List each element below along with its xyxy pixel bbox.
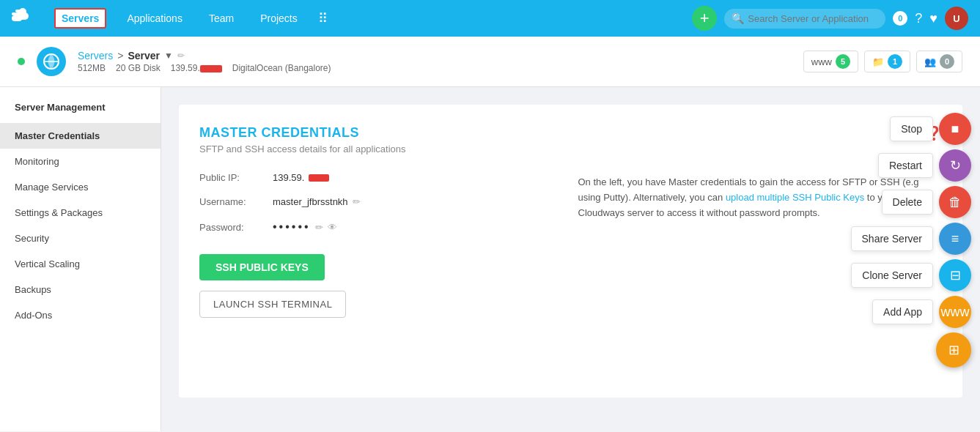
users-badge-icon: 👥 bbox=[924, 56, 936, 67]
master-credentials-card: MASTER CREDENTIALS SFTP and SSH access d… bbox=[179, 105, 962, 398]
fab-main-button[interactable]: ⊞ bbox=[936, 332, 971, 368]
password-dots: •••••• bbox=[273, 220, 311, 234]
username-edit-icon[interactable]: ✏ bbox=[353, 196, 361, 207]
fab-menu-overlay: Stop ■ Restart ↻ Delete 🗑 Share Server ≡… bbox=[851, 113, 980, 373]
server-info: Servers > Server ▼ ✏ 512MB 20 GB Disk 13… bbox=[78, 50, 331, 73]
fab-main-row: ⊞ bbox=[936, 332, 980, 373]
delete-menu-label[interactable]: Delete bbox=[882, 190, 933, 215]
add-button[interactable]: + bbox=[692, 6, 717, 31]
share-server-menu-row: Share Server ≡ bbox=[851, 223, 980, 255]
sidebar-item-add-ons[interactable]: Add-Ons bbox=[0, 302, 161, 328]
server-provider: DigitalOcean (Bangalore) bbox=[232, 63, 331, 73]
add-app-menu-label[interactable]: Add App bbox=[872, 299, 933, 324]
public-ip-row: Public IP: 139.59. bbox=[199, 172, 564, 183]
top-nav: Servers Applications Team Projects ⠿ + 🔍… bbox=[0, 0, 980, 37]
restart-menu-row: Restart ↻ bbox=[878, 149, 980, 182]
user-avatar[interactable]: U bbox=[945, 7, 968, 30]
sidebar-item-master-credentials[interactable]: Master Credentials bbox=[0, 123, 161, 149]
sidebar-item-security[interactable]: Security bbox=[0, 226, 161, 251]
stop-menu-row: Stop ■ bbox=[890, 113, 980, 145]
restart-menu-label[interactable]: Restart bbox=[878, 153, 933, 178]
share-server-circle-button[interactable]: ≡ bbox=[939, 223, 971, 255]
server-dropdown-arrow[interactable]: ▼ bbox=[164, 51, 173, 61]
username-text: master_jfbrsstnkh bbox=[273, 196, 348, 207]
breadcrumb-current: Server bbox=[128, 50, 160, 62]
users-badge-count: 0 bbox=[940, 54, 954, 69]
nav-projects[interactable]: Projects bbox=[254, 10, 303, 27]
www-badge-icon: www bbox=[811, 56, 832, 67]
password-eye-icon[interactable]: 👁 bbox=[328, 222, 337, 233]
delete-menu-row: Delete 🗑 bbox=[882, 186, 980, 218]
nav-team[interactable]: Team bbox=[203, 10, 240, 27]
server-ip: 139.59. bbox=[171, 63, 222, 73]
ip-redacted-bar bbox=[309, 174, 329, 182]
nav-right: + 🔍 0 ? ♥ U bbox=[692, 6, 968, 31]
ssh-public-keys-button[interactable]: SSH PUBLIC KEYS bbox=[199, 254, 325, 280]
card-title: MASTER CREDENTIALS bbox=[199, 125, 942, 141]
username-value: master_jfbrsstnkh ✏ bbox=[273, 196, 361, 207]
sidebar-item-backups[interactable]: Backups bbox=[0, 277, 161, 302]
password-label: Password: bbox=[199, 222, 265, 233]
clone-server-menu-label[interactable]: Clone Server bbox=[851, 263, 933, 288]
server-header: Servers > Server ▼ ✏ 512MB 20 GB Disk 13… bbox=[0, 37, 980, 87]
server-disk: 20 GB Disk bbox=[116, 63, 161, 73]
stop-menu-label[interactable]: Stop bbox=[890, 116, 933, 141]
clone-server-menu-row: Clone Server ⊟ bbox=[851, 259, 980, 291]
files-badge[interactable]: 📁 1 bbox=[864, 51, 910, 72]
add-app-menu-row: Add App www bbox=[872, 296, 980, 328]
credentials-grid: Public IP: 139.59. Username: master_jfbr… bbox=[199, 172, 942, 318]
delete-circle-button[interactable]: 🗑 bbox=[939, 186, 971, 218]
search-input[interactable] bbox=[724, 9, 885, 29]
password-value: •••••• ✏ 👁 bbox=[273, 220, 337, 234]
add-app-circle-button[interactable]: www bbox=[939, 296, 971, 328]
left-panel: Public IP: 139.59. Username: master_jfbr… bbox=[199, 172, 564, 318]
nav-servers[interactable]: Servers bbox=[54, 8, 106, 29]
share-server-menu-label[interactable]: Share Server bbox=[851, 226, 933, 251]
www-badge[interactable]: www 5 bbox=[803, 51, 858, 72]
favorites-button[interactable]: ♥ bbox=[929, 11, 937, 26]
notification-badge[interactable]: 0 bbox=[893, 11, 907, 26]
restart-circle-button[interactable]: ↻ bbox=[939, 149, 971, 182]
sidebar-item-monitoring[interactable]: Monitoring bbox=[0, 149, 161, 174]
public-ip-label: Public IP: bbox=[199, 172, 265, 183]
server-edit-icon[interactable]: ✏ bbox=[177, 51, 185, 61]
breadcrumb: Servers > Server ▼ ✏ bbox=[78, 50, 331, 62]
apps-grid-icon[interactable]: ⠿ bbox=[318, 10, 328, 26]
server-memory: 512MB bbox=[78, 63, 106, 73]
password-row: Password: •••••• ✏ 👁 bbox=[199, 220, 564, 234]
username-row: Username: master_jfbrsstnkh ✏ bbox=[199, 196, 564, 207]
upload-ssh-keys-link[interactable]: upload multiple SSH Public Keys bbox=[726, 192, 864, 203]
breadcrumb-servers-link[interactable]: Servers bbox=[78, 50, 113, 62]
username-label: Username: bbox=[199, 196, 265, 207]
launch-ssh-terminal-button[interactable]: LAUNCH SSH TERMINAL bbox=[199, 291, 346, 318]
ip-prefix-text: 139.59. bbox=[273, 172, 304, 183]
server-meta: 512MB 20 GB Disk 139.59. DigitalOcean (B… bbox=[78, 63, 331, 73]
stop-circle-button[interactable]: ■ bbox=[939, 113, 971, 145]
breadcrumb-separator: > bbox=[117, 50, 123, 62]
logo[interactable] bbox=[12, 7, 40, 30]
public-ip-value: 139.59. bbox=[273, 172, 329, 183]
sidebar-title: Server Management bbox=[0, 102, 161, 123]
sidebar-item-vertical-scaling[interactable]: Vertical Scaling bbox=[0, 251, 161, 277]
status-dot bbox=[18, 58, 25, 65]
files-badge-count: 1 bbox=[888, 54, 902, 69]
help-button[interactable]: ? bbox=[915, 11, 922, 26]
cloud-icon bbox=[12, 7, 40, 30]
server-icon bbox=[37, 47, 66, 76]
clone-server-circle-button[interactable]: ⊟ bbox=[939, 259, 971, 291]
sidebar: Server Management Master Credentials Mon… bbox=[0, 87, 161, 431]
card-subtitle: SFTP and SSH access details for all appl… bbox=[199, 144, 942, 154]
www-badge-count: 5 bbox=[836, 54, 850, 69]
nav-applications[interactable]: Applications bbox=[121, 10, 188, 27]
server-badges: www 5 📁 1 👥 0 bbox=[803, 51, 962, 72]
sidebar-item-settings-packages[interactable]: Settings & Packages bbox=[0, 200, 161, 226]
svg-rect-4 bbox=[12, 15, 22, 21]
users-badge[interactable]: 👥 0 bbox=[916, 51, 962, 72]
password-edit-icon[interactable]: ✏ bbox=[315, 222, 323, 233]
files-badge-icon: 📁 bbox=[872, 56, 884, 67]
search-wrapper: 🔍 bbox=[724, 9, 885, 29]
main-layout: Server Management Master Credentials Mon… bbox=[0, 87, 980, 431]
sidebar-item-manage-services[interactable]: Manage Services bbox=[0, 174, 161, 200]
